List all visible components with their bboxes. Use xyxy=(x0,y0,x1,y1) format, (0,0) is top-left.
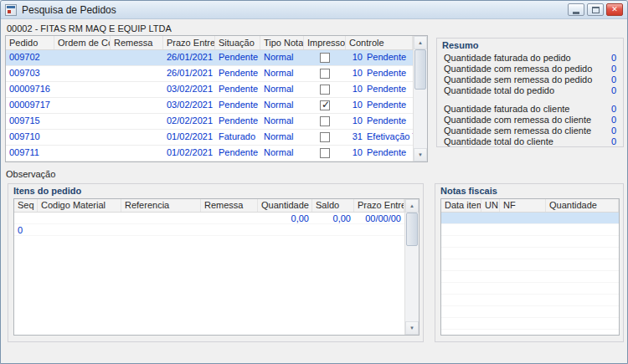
resumo-value: 0 xyxy=(611,136,616,147)
cell-codigo-material xyxy=(38,224,121,235)
impresso-checkbox[interactable] xyxy=(320,116,330,126)
item-row[interactable]: 0 xyxy=(14,224,419,236)
cell-ordem-compra xyxy=(54,98,111,113)
cell-pedido: 00009717 xyxy=(6,98,54,113)
cell-pedido: 009703 xyxy=(6,66,54,81)
scroll-up-icon[interactable]: ▲ xyxy=(414,36,427,49)
scroll-thumb[interactable] xyxy=(414,49,426,90)
cell-controle: 10Pendente xyxy=(346,66,413,81)
minimize-icon xyxy=(573,12,579,14)
resumo-label: Quantidade faturada do cliente xyxy=(444,104,569,115)
cell-referencia xyxy=(121,224,201,235)
close-button[interactable]: ✕ xyxy=(606,3,623,16)
cell-ordem-compra xyxy=(54,114,111,129)
order-row[interactable]: 009702 26/01/2021 Pendente Normal 10Pend… xyxy=(6,50,427,66)
cell-prazo-entrega: 01/02/2021 xyxy=(163,146,215,161)
order-row[interactable]: 009711 01/02/2021 Pendente Normal 10Pend… xyxy=(6,146,427,161)
maximize-button[interactable] xyxy=(587,3,604,16)
impresso-checkbox[interactable] xyxy=(320,69,330,79)
order-row[interactable]: 009703 26/01/2021 Pendente Normal 10Pend… xyxy=(6,66,427,82)
column-header-codigo-material[interactable]: Codigo Material xyxy=(38,199,121,212)
column-header-situacao[interactable]: Situação xyxy=(215,36,260,49)
impresso-checkbox[interactable] xyxy=(320,53,330,63)
itens-grid-scrollbar[interactable]: ▲ ▼ xyxy=(404,199,419,335)
column-header-seq[interactable]: Seq xyxy=(14,199,38,212)
title-bar[interactable]: Pesquisa de Pedidos ✕ xyxy=(1,1,627,19)
cell-referencia xyxy=(121,213,201,223)
column-header-un[interactable]: UN xyxy=(481,199,500,212)
scroll-thumb[interactable] xyxy=(406,213,418,246)
scroll-down-icon[interactable]: ▼ xyxy=(405,321,419,335)
nota-empty-row xyxy=(441,259,619,271)
column-header-data-item[interactable]: Data item xyxy=(441,199,481,212)
column-header-quantidade[interactable]: Quantidade xyxy=(258,199,312,212)
resumo-label: Quantidade com remessa do pedido xyxy=(444,64,592,74)
cell-prazo-entrega: 03/02/2021 xyxy=(163,98,215,113)
notas-grid[interactable]: Data item UN NF Quantidade xyxy=(440,198,620,336)
impresso-checkbox[interactable] xyxy=(320,100,330,110)
resumo-value: 0 xyxy=(611,53,616,64)
orders-grid-header: Pedido Ordem de Compra Remessa Prazo Ent… xyxy=(6,36,427,50)
column-header-prazo-entrega[interactable]: Prazo Entrega xyxy=(354,199,404,212)
column-header-tipo-nota[interactable]: Tipo Nota xyxy=(260,36,304,49)
nota-row[interactable] xyxy=(441,213,619,224)
cell-prazo-entrega: 02/02/2021 xyxy=(163,114,215,129)
order-row[interactable]: 00009717 03/02/2021 Pendente Normal 10Pe… xyxy=(6,98,427,114)
cell-remessa xyxy=(111,130,163,145)
resumo-value: 0 xyxy=(611,74,616,85)
impresso-checkbox[interactable] xyxy=(320,148,330,158)
nota-empty-row xyxy=(441,248,619,259)
cell-controle: 10Pendente xyxy=(346,98,413,113)
cell-tipo-nota: Normal xyxy=(260,66,304,81)
cell-controle: 10Pendente xyxy=(346,82,413,97)
notas-fiscais-panel: Notas fiscais Data item UN NF Quantidade xyxy=(435,183,624,342)
controle-number: 10 xyxy=(349,68,363,78)
cell-controle: 10Pendente xyxy=(346,114,413,129)
column-header-remessa[interactable]: Remessa xyxy=(111,36,163,49)
cell-tipo-nota: Normal xyxy=(260,50,304,65)
resumo-label: Quantidade faturada do pedido xyxy=(444,53,571,64)
resumo-item: Quantidade com remessa do cliente0 xyxy=(444,115,616,126)
minimize-button[interactable] xyxy=(568,3,584,16)
impresso-checkbox[interactable] xyxy=(320,85,330,95)
orders-grid[interactable]: Pedido Ordem de Compra Remessa Prazo Ent… xyxy=(5,35,428,162)
resumo-label: Quantidade com remessa do cliente xyxy=(444,115,591,126)
orders-grid-scrollbar[interactable]: ▲ ▼ xyxy=(413,36,427,161)
controle-status: Pendente xyxy=(367,115,406,126)
controle-status: Pendente xyxy=(367,147,406,157)
window-controls: ✕ xyxy=(568,3,623,16)
cell-seq: 0 xyxy=(14,224,38,235)
cell-impresso xyxy=(304,98,346,113)
order-row[interactable]: 009715 02/02/2021 Pendente Normal 10Pend… xyxy=(6,114,427,130)
column-header-prazo-entrega[interactable]: Prazo Entrega xyxy=(163,36,215,49)
item-row[interactable]: 0,00 0,00 00/00/00 xyxy=(14,213,419,224)
column-header-impresso[interactable]: Impresso xyxy=(304,36,346,49)
notas-grid-header: Data item UN NF Quantidade xyxy=(441,199,619,213)
resumo-item: Quantidade com remessa do pedido0 xyxy=(444,64,616,74)
itens-grid[interactable]: Seq Codigo Material Referencia Remessa Q… xyxy=(13,198,420,336)
cell-saldo: 0,00 xyxy=(312,213,354,223)
impresso-checkbox[interactable] xyxy=(320,132,330,142)
nota-empty-row xyxy=(441,318,619,330)
nota-empty-row xyxy=(441,224,619,236)
cell-ordem-compra xyxy=(54,82,111,97)
column-header-remessa[interactable]: Remessa xyxy=(201,199,258,212)
column-header-controle[interactable]: Controle xyxy=(346,36,413,49)
column-header-pedido[interactable]: Pedido xyxy=(6,36,54,49)
cell-remessa xyxy=(111,98,163,113)
resumo-item: Quantidade faturada do cliente0 xyxy=(444,104,616,115)
cell-situacao: Pendente xyxy=(215,114,260,129)
scroll-up-icon[interactable]: ▲ xyxy=(405,199,419,213)
cell-pedido: 009710 xyxy=(6,130,54,145)
itens-title: Itens do pedido xyxy=(13,186,81,196)
column-header-ordem-compra[interactable]: Ordem de Compra xyxy=(54,36,111,49)
order-row[interactable]: 009710 01/02/2021 Faturado Normal 31Efet… xyxy=(6,130,427,146)
cell-pedido: 009702 xyxy=(6,50,54,65)
column-header-nf[interactable]: NF xyxy=(500,199,546,212)
scroll-down-icon[interactable]: ▼ xyxy=(414,148,427,161)
column-header-referencia[interactable]: Referencia xyxy=(121,199,201,212)
maximize-icon xyxy=(592,7,600,13)
column-header-quantidade[interactable]: Quantidade xyxy=(546,199,619,212)
order-row[interactable]: 00009716 03/02/2021 Pendente Normal 10Pe… xyxy=(6,82,427,98)
column-header-saldo[interactable]: Saldo xyxy=(312,199,354,212)
